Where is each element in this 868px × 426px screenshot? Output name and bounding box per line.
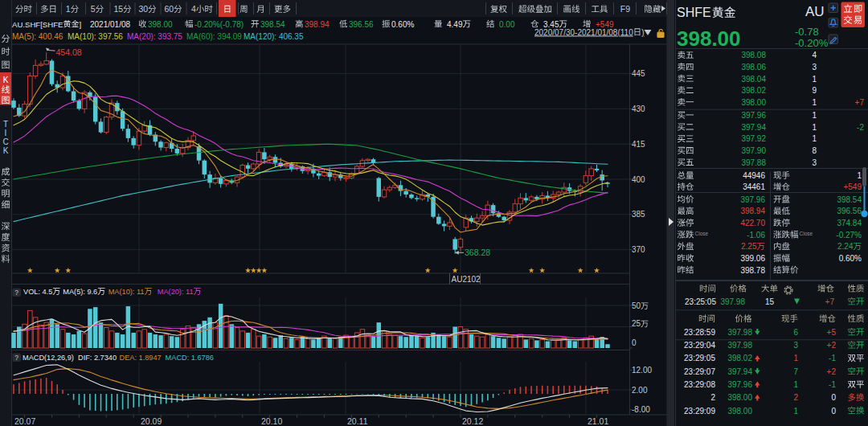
svg-text:398.02: 398.02 bbox=[727, 354, 752, 363]
svg-text:30: 30 bbox=[138, 4, 148, 14]
svg-text:398.94: 398.94 bbox=[740, 207, 765, 215]
svg-text:398.00: 398.00 bbox=[727, 393, 752, 402]
svg-text:398.08: 398.08 bbox=[741, 51, 766, 59]
svg-text:0.00: 0.00 bbox=[499, 20, 515, 29]
svg-text:MA(20): 11: MA(20): 11 bbox=[158, 288, 194, 296]
svg-text:4.49: 4.49 bbox=[447, 20, 463, 29]
svg-text:9: 9 bbox=[812, 86, 817, 95]
svg-text:-0.27%: -0.27% bbox=[836, 231, 862, 240]
svg-text:397.96: 397.96 bbox=[727, 380, 752, 389]
svg-text:396.56: 396.56 bbox=[837, 207, 862, 215]
svg-text:397.98: 397.98 bbox=[727, 328, 752, 337]
svg-text:+5: +5 bbox=[827, 328, 837, 337]
svg-text:1: 1 bbox=[812, 75, 817, 84]
svg-text:1: 1 bbox=[857, 171, 862, 180]
svg-text:397.90: 397.90 bbox=[741, 146, 766, 155]
svg-text:396.56: 396.56 bbox=[349, 20, 374, 29]
svg-text:MA(5): 9.6: MA(5): 9.6 bbox=[63, 288, 97, 296]
svg-text:Close: Close bbox=[800, 231, 813, 236]
svg-text:F9: F9 bbox=[620, 4, 630, 14]
svg-text:3: 3 bbox=[812, 63, 817, 72]
svg-text:DIF: 2.7340: DIF: 2.7340 bbox=[78, 354, 117, 362]
svg-text:23:28:59: 23:28:59 bbox=[684, 328, 715, 337]
svg-text:3: 3 bbox=[793, 341, 798, 350]
svg-text:398.00: 398.00 bbox=[741, 98, 766, 107]
svg-text:397.88: 397.88 bbox=[741, 158, 766, 167]
svg-text:MACD(12,26,9): MACD(12,26,9) bbox=[23, 354, 74, 362]
svg-text:15: 15 bbox=[113, 4, 123, 14]
svg-text:454.08: 454.08 bbox=[56, 47, 82, 57]
svg-text:422.70: 422.70 bbox=[740, 219, 765, 227]
svg-text:370: 370 bbox=[632, 245, 645, 254]
svg-text:T: T bbox=[3, 120, 8, 129]
svg-text:-0.78: -0.78 bbox=[795, 26, 819, 38]
svg-text:AU2102: AU2102 bbox=[452, 275, 481, 284]
svg-text:398.94: 398.94 bbox=[305, 20, 330, 29]
svg-text:+7: +7 bbox=[825, 297, 835, 306]
svg-text:I: I bbox=[5, 129, 7, 137]
svg-text:+2: +2 bbox=[827, 367, 837, 376]
svg-text:-2: -2 bbox=[857, 123, 864, 132]
svg-text:K: K bbox=[3, 76, 9, 84]
svg-text:1: 1 bbox=[812, 134, 817, 143]
svg-text:12.00: 12.00 bbox=[632, 366, 652, 375]
svg-text:7: 7 bbox=[793, 367, 798, 376]
svg-text:398.00: 398.00 bbox=[677, 27, 741, 51]
svg-text:1: 1 bbox=[793, 407, 798, 416]
svg-text:0.60%: 0.60% bbox=[839, 254, 862, 263]
svg-text:374.84: 374.84 bbox=[837, 219, 862, 227]
svg-text:4: 4 bbox=[812, 51, 817, 59]
svg-text:0: 0 bbox=[831, 393, 836, 402]
svg-text:399.06: 399.06 bbox=[740, 254, 765, 263]
svg-text:1: 1 bbox=[812, 123, 817, 132]
svg-text:1: 1 bbox=[812, 111, 817, 120]
svg-text:23:29:08: 23:29:08 bbox=[684, 380, 715, 389]
svg-text:2: 2 bbox=[710, 393, 715, 402]
svg-text:2.00: 2.00 bbox=[632, 386, 648, 395]
svg-text:DEA: 1.8947: DEA: 1.8947 bbox=[120, 354, 162, 362]
svg-text:C: C bbox=[2, 137, 8, 146]
svg-text:430: 430 bbox=[632, 104, 645, 113]
svg-text:2.24: 2.24 bbox=[837, 242, 854, 251]
svg-text:397.92: 397.92 bbox=[741, 134, 766, 143]
svg-text:397.94: 397.94 bbox=[727, 367, 752, 376]
svg-text:23:29:05: 23:29:05 bbox=[684, 354, 715, 363]
svg-text:2021/01/08: 2021/01/08 bbox=[90, 20, 130, 29]
svg-text:+549: +549 bbox=[843, 182, 862, 191]
svg-text:MA(10): 397.56: MA(10): 397.56 bbox=[68, 32, 123, 41]
svg-text:398.02: 398.02 bbox=[741, 86, 766, 95]
svg-text:MA(5): 400.46: MA(5): 400.46 bbox=[12, 32, 63, 41]
svg-text:): ) bbox=[641, 28, 644, 37]
svg-text:23:29:09: 23:29:09 bbox=[684, 407, 715, 416]
svg-text:VOL: 4.5: VOL: 4.5 bbox=[23, 288, 52, 296]
svg-text:25: 25 bbox=[632, 319, 641, 328]
svg-text:20.11: 20.11 bbox=[347, 416, 368, 426]
svg-text:385: 385 bbox=[632, 210, 645, 219]
svg-text:368.28: 368.28 bbox=[465, 248, 490, 257]
svg-text:SHFE: SHFE bbox=[677, 6, 711, 19]
svg-text:2.25: 2.25 bbox=[741, 242, 757, 251]
svg-text:-1.06: -1.06 bbox=[747, 231, 765, 240]
svg-text:397.96: 397.96 bbox=[741, 111, 766, 120]
svg-text:60: 60 bbox=[164, 4, 174, 14]
svg-text:397.98: 397.98 bbox=[727, 341, 752, 350]
svg-text:398.00: 398.00 bbox=[727, 407, 752, 416]
svg-text:20.10: 20.10 bbox=[261, 416, 282, 426]
svg-text:398.04: 398.04 bbox=[741, 75, 766, 84]
svg-text:398.06: 398.06 bbox=[741, 63, 766, 72]
svg-text:398.78: 398.78 bbox=[740, 266, 765, 275]
svg-text:397.94: 397.94 bbox=[741, 123, 766, 132]
svg-text:20.12: 20.12 bbox=[462, 416, 483, 426]
svg-text:-0.20%(-0.78): -0.20%(-0.78) bbox=[194, 20, 244, 29]
svg-text:+2: +2 bbox=[827, 341, 837, 350]
svg-text:MA(10): 11: MA(10): 11 bbox=[108, 288, 145, 296]
svg-text:Close: Close bbox=[695, 231, 709, 236]
svg-text:MA(60): 394.09: MA(60): 394.09 bbox=[186, 32, 242, 41]
svg-text:415: 415 bbox=[632, 140, 645, 149]
svg-text:-1: -1 bbox=[829, 380, 836, 389]
svg-text:1: 1 bbox=[66, 4, 71, 14]
svg-text:20.09: 20.09 bbox=[141, 416, 162, 426]
svg-text:34461: 34461 bbox=[743, 182, 765, 191]
svg-text:K: K bbox=[3, 146, 9, 155]
svg-text:1: 1 bbox=[793, 354, 798, 363]
